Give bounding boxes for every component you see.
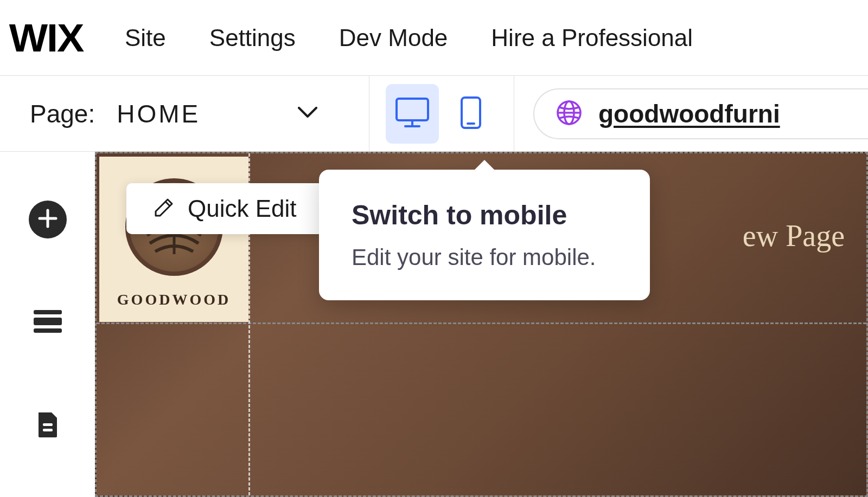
add-element-button[interactable]	[29, 201, 67, 238]
quick-edit-label: Quick Edit	[188, 195, 297, 222]
tooltip-description: Edit your site for mobile.	[352, 244, 617, 270]
desktop-icon	[395, 98, 429, 130]
page-toolbar: Page: HOME	[0, 76, 868, 152]
page-icon	[36, 410, 59, 441]
pencil-icon	[154, 197, 174, 220]
plus-icon	[37, 208, 58, 231]
pages-button[interactable]	[29, 406, 67, 444]
left-sidebar	[0, 152, 95, 497]
page-selector[interactable]: Page: HOME	[0, 76, 369, 151]
sections-icon	[34, 310, 62, 335]
page-name: HOME	[117, 99, 200, 128]
page-label: Page:	[30, 99, 95, 128]
main-editor-area: GOODWOOD ew Page Quick Edit Switch to mo…	[0, 152, 868, 497]
sections-button[interactable]	[29, 304, 67, 341]
svg-rect-10	[34, 310, 62, 314]
chevron-down-icon[interactable]	[298, 107, 317, 121]
url-section: goodwoodfurni	[514, 76, 868, 151]
svg-rect-12	[34, 328, 62, 333]
menu-settings[interactable]: Settings	[209, 24, 296, 51]
svg-line-16	[165, 202, 170, 206]
top-menu-bar: WIX Site Settings Dev Mode Hire a Profes…	[0, 0, 868, 76]
mobile-icon	[461, 96, 481, 131]
menu-hire-professional[interactable]: Hire a Professional	[491, 24, 693, 51]
svg-rect-14	[43, 429, 53, 431]
device-switcher	[369, 76, 514, 151]
site-logo-box[interactable]: GOODWOOD	[99, 157, 248, 322]
svg-rect-13	[43, 423, 53, 426]
quick-edit-button[interactable]: Quick Edit	[126, 183, 324, 234]
mobile-tooltip: Switch to mobile Edit your site for mobi…	[319, 170, 650, 300]
desktop-view-button[interactable]	[386, 84, 439, 144]
url-display[interactable]: goodwoodfurni	[533, 88, 868, 139]
tooltip-title: Switch to mobile	[352, 199, 617, 231]
svg-rect-0	[397, 99, 428, 120]
svg-rect-11	[34, 318, 62, 325]
wix-logo[interactable]: WIX	[9, 16, 83, 60]
globe-icon	[556, 100, 582, 128]
site-logo-text: GOODWOOD	[117, 291, 231, 308]
menu-site[interactable]: Site	[125, 24, 166, 51]
editor-canvas[interactable]: GOODWOOD ew Page Quick Edit Switch to mo…	[95, 152, 868, 497]
mobile-view-button[interactable]	[444, 84, 497, 144]
site-nav-item[interactable]: ew Page	[743, 218, 845, 253]
url-text: goodwoodfurni	[598, 99, 780, 128]
menu-dev-mode[interactable]: Dev Mode	[339, 24, 448, 51]
